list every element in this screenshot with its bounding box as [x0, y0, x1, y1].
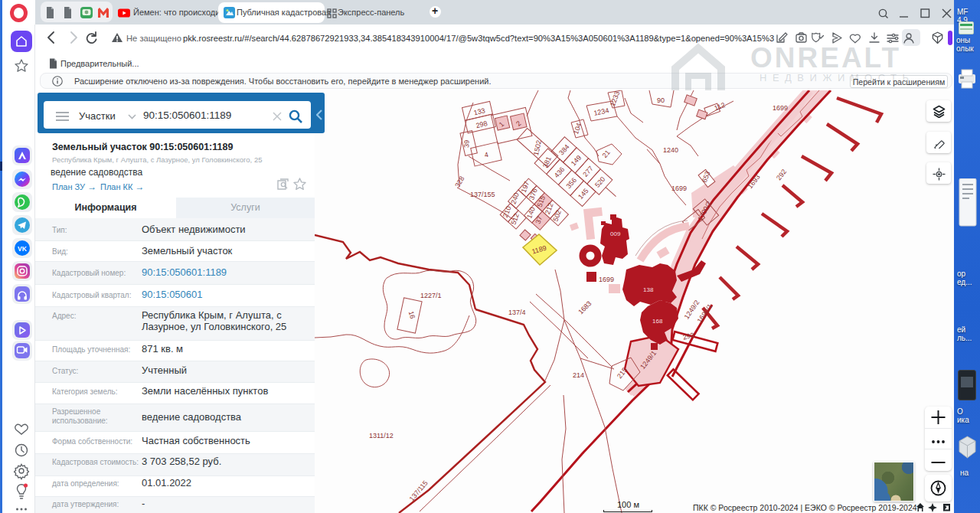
- svg-text:90: 90: [657, 96, 665, 104]
- svg-text:137/115: 137/115: [408, 479, 430, 503]
- svg-text:1683: 1683: [577, 299, 593, 315]
- svg-text:240: 240: [509, 191, 521, 205]
- svg-text:1227/1: 1227/1: [420, 292, 442, 299]
- svg-text:436: 436: [553, 165, 566, 179]
- svg-text:502: 502: [551, 209, 563, 223]
- svg-text:376: 376: [528, 188, 539, 201]
- svg-text:520: 520: [593, 175, 606, 189]
- svg-text:381: 381: [541, 155, 553, 169]
- svg-text:VK: VK: [18, 245, 28, 253]
- svg-text:1234: 1234: [593, 106, 610, 117]
- svg-text:149: 149: [570, 154, 583, 168]
- svg-text:140: 140: [525, 206, 537, 220]
- svg-text:292: 292: [775, 168, 788, 181]
- svg-text:137/4: 137/4: [508, 309, 526, 316]
- svg-text:210: 210: [501, 205, 513, 219]
- svg-text:145: 145: [577, 187, 590, 201]
- svg-text:384: 384: [557, 143, 570, 157]
- svg-text:21: 21: [601, 149, 612, 159]
- svg-text:214: 214: [573, 371, 584, 379]
- svg-text:138: 138: [643, 286, 654, 293]
- svg-text:197: 197: [520, 180, 531, 194]
- svg-text:4: 4: [484, 151, 489, 159]
- svg-text:1311/12: 1311/12: [369, 432, 394, 439]
- svg-text:298: 298: [475, 119, 488, 129]
- svg-text:112: 112: [714, 101, 727, 112]
- svg-text:1699: 1699: [773, 104, 788, 112]
- svg-text:1699: 1699: [599, 276, 614, 283]
- svg-text:009: 009: [610, 230, 621, 237]
- svg-text:277: 277: [581, 165, 594, 178]
- svg-text:1233: 1233: [609, 90, 621, 107]
- svg-text:39: 39: [462, 140, 470, 148]
- svg-text:16: 16: [407, 310, 416, 319]
- svg-text:168: 168: [652, 318, 663, 325]
- svg-text:137/155: 137/155: [470, 191, 495, 198]
- svg-text:356: 356: [564, 176, 577, 190]
- svg-text:1502: 1502: [532, 139, 543, 156]
- svg-text:1240: 1240: [663, 146, 678, 154]
- svg-text:133: 133: [473, 106, 486, 116]
- svg-text:104: 104: [572, 122, 583, 136]
- svg-text:512: 512: [509, 212, 521, 226]
